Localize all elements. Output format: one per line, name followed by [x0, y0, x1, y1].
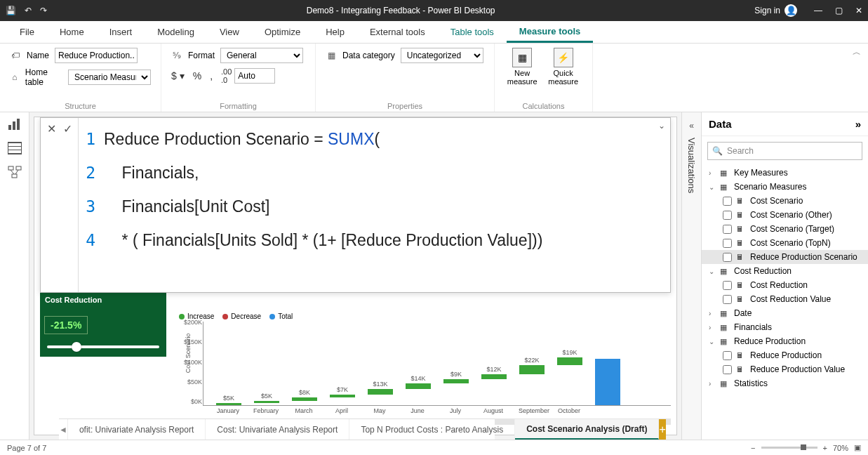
home-icon: ⌂	[10, 72, 20, 83]
field-cost-scenario-topn[interactable]: 🖩Cost Scenario (TopN)	[702, 236, 868, 250]
window-title: Demo8 - Integrating Feedback - Power BI …	[47, 6, 754, 15]
close-icon[interactable]: ✕	[855, 6, 862, 15]
tab-file[interactable]: File	[7, 21, 47, 43]
page-tabs: ◄ ofit: Univariate Analysis Report Cost:…	[59, 418, 495, 440]
formula-cancel-icon[interactable]: ✕	[47, 122, 56, 136]
table-date[interactable]: ›▦Date	[702, 306, 868, 320]
zoom-slider[interactable]	[761, 447, 817, 449]
report-canvas[interactable]: X Y Z Manuf Select ye 2021 Top N % 34.8%…	[34, 117, 677, 435]
data-view-icon[interactable]	[8, 142, 22, 154]
zoom-value: 70%	[833, 444, 848, 452]
data-category-select[interactable]: Uncategorized	[401, 48, 483, 63]
formula-code[interactable]: Reduce Production Scenario = SUMX( Finan…	[98, 118, 653, 292]
new-measure-button[interactable]: ▦ New measure	[505, 48, 540, 100]
category-icon: ▦	[326, 50, 337, 61]
main-area: X Y Z Manuf Select ye 2021 Top N % 34.8%…	[0, 112, 868, 440]
table-financials[interactable]: ›▦Financials	[702, 320, 868, 334]
table-key-measures[interactable]: ›▦Key Measures	[702, 166, 868, 180]
tag-icon: 🏷	[10, 50, 21, 61]
undo-icon[interactable]: ↶	[25, 6, 32, 15]
costred-slicer-head: Cost Reduction	[40, 292, 166, 308]
field-cost-reduction[interactable]: 🖩Cost Reduction	[702, 278, 868, 292]
formula-bar[interactable]: ✕ ✓ 1234 Reduce Production Scenario = SU…	[40, 117, 671, 293]
tabs-prev-icon[interactable]: ◄	[59, 419, 68, 440]
report-view-icon[interactable]	[8, 118, 22, 131]
data-pane: Data » 🔍 Search ›▦Key Measures ⌄▦Scenari…	[701, 112, 868, 440]
data-search-input[interactable]: 🔍 Search	[707, 142, 862, 160]
field-cost-reduction-value[interactable]: 🖩Cost Reduction Value	[702, 292, 868, 306]
field-reduce-production[interactable]: 🖩Reduce Production	[702, 348, 868, 362]
ribbon: ︿ 🏷 Name ⌂ Home table Scenario Measures …	[0, 44, 868, 112]
formula-commit-icon[interactable]: ✓	[63, 122, 72, 136]
fit-page-icon[interactable]: ▣	[854, 443, 861, 452]
redo-icon[interactable]: ↷	[40, 6, 47, 15]
percent-button[interactable]: %	[193, 70, 201, 81]
quick-measure-button[interactable]: ⚡ Quick measure	[544, 48, 582, 100]
waterfall-chart[interactable]: Increase Decrease Total Cost Scenario $2…	[175, 311, 671, 430]
model-view-icon[interactable]	[8, 166, 22, 178]
vis-expand-icon[interactable]: «	[686, 118, 697, 133]
table-reduce-production[interactable]: ⌄▦Reduce Production	[702, 334, 868, 348]
tab-home[interactable]: Home	[47, 21, 97, 43]
costred-slider[interactable]	[47, 345, 159, 348]
sign-in-button[interactable]: Sign in 👤	[754, 4, 797, 17]
costred-slicer[interactable]: -21.5%	[40, 308, 166, 357]
save-icon[interactable]: 💾	[6, 6, 16, 15]
zoom-in-icon[interactable]: +	[823, 444, 827, 452]
svg-rect-2	[17, 119, 20, 130]
formula-gutter: 1234	[79, 118, 98, 292]
table-statistics[interactable]: ›▦Statistics	[702, 376, 868, 390]
thousands-button[interactable]: ,	[210, 70, 213, 81]
home-table-select[interactable]: Scenario Measures	[68, 70, 151, 85]
table-cost-reduction[interactable]: ⌄▦Cost Reduction	[702, 264, 868, 278]
tab-measure-tools[interactable]: Measure tools	[507, 21, 593, 43]
page-tab-3[interactable]: Top N Product Costs : Pareto Analysis	[349, 419, 515, 440]
tab-view[interactable]: View	[207, 21, 252, 43]
field-cost-scenario-target[interactable]: 🖩Cost Scenario (Target)	[702, 222, 868, 236]
view-rail	[0, 112, 29, 440]
tab-insert[interactable]: Insert	[97, 21, 145, 43]
properties-group-label: Properties	[326, 100, 484, 110]
page-tab-1[interactable]: ofit: Univariate Analysis Report	[68, 419, 206, 440]
decimal-places-input[interactable]	[234, 68, 275, 84]
formula-expand-icon[interactable]: ⌄	[653, 118, 670, 292]
field-reduce-production-scenario[interactable]: 🖩Reduce Production Scenario	[702, 250, 868, 264]
search-icon: 🔍	[712, 146, 723, 156]
table-scenario-measures[interactable]: ⌄▦Scenario Measures	[702, 180, 868, 194]
decimals-button[interactable]: .00.0	[221, 67, 232, 84]
tab-optimize[interactable]: Optimize	[252, 21, 313, 43]
tab-modeling[interactable]: Modeling	[145, 21, 207, 43]
page-tab-2[interactable]: Cost: Univariate Analysis Report	[206, 419, 349, 440]
sign-in-label: Sign in	[754, 6, 780, 15]
tab-external-tools[interactable]: External tools	[357, 21, 438, 43]
fields-tree: ›▦Key Measures ⌄▦Scenario Measures 🖩Cost…	[702, 166, 868, 440]
svg-rect-3	[8, 166, 13, 170]
field-cost-scenario[interactable]: 🖩Cost Scenario	[702, 194, 868, 208]
maximize-icon[interactable]: ▢	[835, 6, 843, 15]
tab-help[interactable]: Help	[313, 21, 357, 43]
field-cost-scenario-other[interactable]: 🖩Cost Scenario (Other)	[702, 208, 868, 222]
svg-rect-1	[13, 121, 15, 130]
costred-value: -21.5%	[44, 316, 88, 334]
chart-legend: Increase Decrease Total	[175, 311, 671, 322]
status-bar: Page 7 of 7 − + 70% ▣	[0, 440, 868, 455]
name-label: Name	[27, 51, 49, 60]
minimize-icon[interactable]: —	[814, 6, 822, 15]
page-tab-4[interactable]: Cost Scenario Analysis (Draft)	[515, 419, 659, 440]
ribbon-collapse-icon[interactable]: ︿	[853, 46, 861, 58]
format-label: Format	[188, 51, 215, 60]
visualizations-pane-collapsed[interactable]: « Visualizations	[681, 112, 701, 440]
title-bar: 💾 ↶ ↷ Demo8 - Integrating Feedback - Pow…	[0, 0, 868, 21]
add-page-button[interactable]: +	[659, 419, 665, 440]
svg-rect-0	[8, 125, 11, 130]
zoom-out-icon[interactable]: −	[751, 444, 755, 452]
data-pane-title: Data	[709, 118, 732, 130]
tab-table-tools[interactable]: Table tools	[438, 21, 507, 43]
structure-group-label: Structure	[10, 100, 151, 110]
data-pane-collapse-icon[interactable]: »	[855, 118, 861, 130]
format-select[interactable]: General	[220, 48, 303, 63]
currency-button[interactable]: $ ▾	[171, 70, 185, 81]
calculator-icon: ▦	[512, 48, 532, 67]
field-reduce-production-value[interactable]: 🖩Reduce Production Value	[702, 362, 868, 376]
measure-name-input[interactable]	[55, 48, 138, 63]
